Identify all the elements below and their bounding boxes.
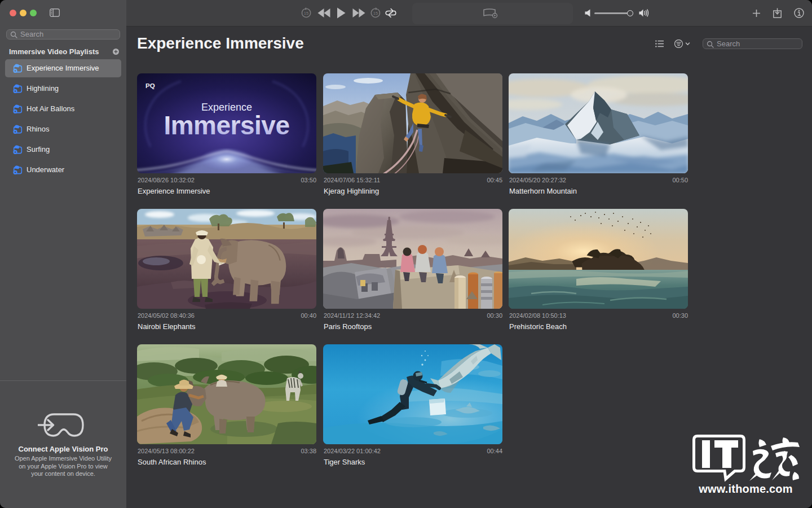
svg-text:PQ: PQ	[145, 82, 155, 89]
svg-text:15: 15	[373, 11, 378, 16]
svg-text:Immersive: Immersive	[164, 111, 289, 140]
svg-text:15: 15	[304, 11, 308, 16]
